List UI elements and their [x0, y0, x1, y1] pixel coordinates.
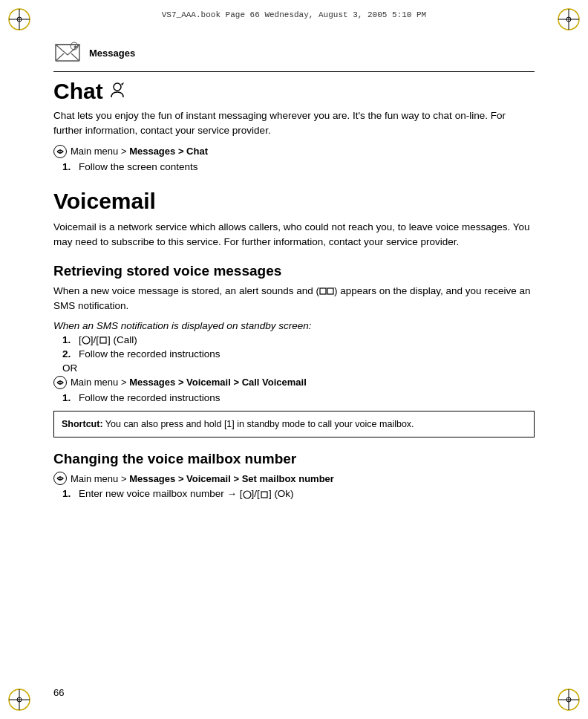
messages-label: Messages — [89, 48, 135, 59]
retrieving-step1-text: []/[] (Call) — [79, 334, 137, 345]
changing-heading: Changing the voice mailbox number — [53, 451, 535, 467]
retrieving-body-text: When a new voice message is stored, an a… — [53, 284, 535, 314]
voicemail-heading: Voicemail — [53, 189, 535, 214]
page-number: 66 — [53, 687, 64, 698]
changing-step-1: 1. Enter new voice mailbox number → []/[… — [62, 488, 535, 499]
shortcut-label: Shortcut: — [62, 419, 103, 429]
svg-rect-24 — [320, 288, 326, 294]
svg-rect-25 — [327, 288, 333, 294]
retrieving-menu-path: Main menu > Messages > Voicemail > Call … — [53, 376, 535, 389]
svg-point-30 — [244, 491, 251, 498]
changing-menu-path-text: Main menu > Messages > Voicemail > Set m… — [71, 473, 334, 484]
svg-text:✦: ✦ — [73, 44, 78, 51]
changing-menu-path: Main menu > Messages > Voicemail > Set m… — [53, 472, 535, 485]
chat-menu-path: Main menu > Messages > Chat — [53, 145, 535, 158]
corner-crosshair-tr — [555, 6, 582, 33]
messages-icon: ✦ — [53, 39, 82, 67]
voicemail-title: Voicemail — [53, 189, 535, 214]
chat-title: Chat — [53, 80, 103, 103]
chat-step1-num: 1. — [62, 161, 79, 172]
changing-menu-path-icon — [53, 472, 67, 485]
shortcut-box: Shortcut: You can also press and hold [1… — [53, 411, 535, 438]
svg-rect-27 — [100, 337, 106, 343]
top-metadata-bar: VS7_AAA.book Page 66 Wednesday, August 3… — [45, 10, 543, 19]
retrieving-menu-path-icon — [53, 376, 67, 389]
retrieving-step2-text: Follow the recorded instructions — [79, 348, 220, 360]
changing-title: Changing the voice mailbox number — [53, 451, 535, 467]
chat-body-text: Chat lets you enjoy the fun of instant m… — [53, 108, 535, 139]
chat-step-1: 1. Follow the screen contents — [62, 161, 535, 172]
retrieving-step2-num: 2. — [62, 348, 79, 360]
changing-step1-num: 1. — [62, 488, 79, 499]
retrieving-menu-path-text: Main menu > Messages > Voicemail > Call … — [71, 377, 307, 388]
svg-line-19 — [71, 53, 79, 61]
retrieving-heading: Retrieving stored voice messages — [53, 263, 535, 279]
menu-path-icon — [53, 145, 67, 158]
main-content: ✦ Messages Chat Chat lets you enjoy the … — [53, 39, 535, 680]
changing-menu-bold: Messages > Voicemail > Set mailbox numbe… — [129, 473, 334, 484]
retrieving-step1-num: 1. — [62, 334, 79, 345]
or-separator: OR — [62, 362, 535, 374]
corner-crosshair-br — [555, 686, 582, 713]
shortcut-text: You can also press and hold [1] in stand… — [103, 419, 414, 429]
voicemail-body-text: Voicemail is a network service which all… — [53, 220, 535, 250]
retrieving-step-1: 1. []/[] (Call) — [62, 334, 535, 345]
chat-menu-prefix: Main menu > — [71, 146, 129, 157]
retrieving-step-2: 2. Follow the recorded instructions — [62, 348, 535, 360]
svg-line-18 — [56, 53, 64, 61]
chat-menu-path-text: Main menu > Messages > Chat — [71, 146, 208, 157]
top-bar-text: VS7_AAA.book Page 66 Wednesday, August 3… — [162, 10, 426, 19]
svg-point-26 — [82, 336, 90, 344]
retrieving-italic-text: When an SMS notification is displayed on… — [53, 320, 535, 331]
chat-heading-icon — [108, 81, 127, 103]
chat-menu-bold: Messages > Chat — [129, 146, 208, 157]
corner-crosshair-bl — [6, 686, 33, 713]
chat-heading: Chat — [53, 79, 535, 103]
chat-step1-text: Follow the screen contents — [79, 161, 198, 172]
messages-header: ✦ Messages — [53, 39, 535, 72]
corner-crosshair-tl — [6, 6, 33, 33]
changing-step1-text: Enter new voice mailbox number → []/[] (… — [79, 488, 294, 499]
retrieving-menu-bold: Messages > Voicemail > Call Voicemail — [129, 377, 307, 388]
changing-menu-prefix: Main menu > — [71, 473, 129, 484]
retrieving-step1b-text: Follow the recorded instructions — [79, 392, 220, 403]
retrieving-step1b-num: 1. — [62, 392, 79, 403]
svg-rect-31 — [261, 492, 267, 498]
retrieving-step-1b: 1. Follow the recorded instructions — [62, 392, 535, 403]
retrieving-menu-prefix: Main menu > — [71, 377, 129, 388]
retrieving-title: Retrieving stored voice messages — [53, 263, 535, 279]
svg-point-22 — [114, 83, 121, 91]
